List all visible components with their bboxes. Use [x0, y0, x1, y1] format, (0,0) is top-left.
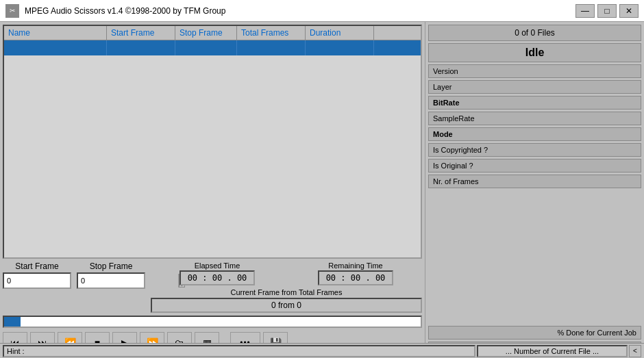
cell-stop-frame [175, 40, 237, 55]
minimize-button[interactable]: — [575, 4, 595, 18]
seek-bar-fill [4, 317, 21, 327]
col-start-frame: Start Frame [107, 26, 175, 40]
status-bar: Hint : ... Number of Current File ... < [0, 343, 644, 358]
app-icon: ✂ [5, 4, 19, 18]
seek-bar[interactable] [3, 316, 422, 328]
cell-name [4, 40, 107, 55]
status-hint: Hint : [3, 345, 475, 357]
time-row: Elapsed Time 00 : 00 . 00 Remaining Time… [151, 261, 422, 285]
start-frame-label: Start Frame [15, 261, 58, 271]
idle-status: Idle [428, 43, 641, 62]
stop-frame-label: Stop Frame [90, 261, 133, 271]
info-original: Is Original ? [428, 159, 641, 172]
col-duration: Duration [306, 26, 374, 40]
table-row[interactable] [4, 40, 421, 55]
right-panel: 0 of 0 Files Idle Version Layer BitRate … [425, 22, 644, 358]
info-layer: Layer [428, 80, 641, 94]
stop-frame-control: Stop Frame ▲ ▼ [77, 261, 145, 289]
info-nr-frames: Nr. of Frames [428, 175, 641, 188]
elapsed-time-block: Elapsed Time 00 : 00 . 00 [151, 261, 284, 285]
cell-duration [306, 40, 374, 55]
stop-frame-input-wrapper: ▲ ▼ [77, 272, 145, 289]
col-stop-frame: Stop Frame [175, 26, 237, 40]
close-button[interactable]: ✕ [619, 4, 639, 18]
left-panel: Name Start Frame Stop Frame Total Frames… [0, 22, 425, 358]
start-frame-control: Start Frame ▲ ▼ [3, 261, 71, 289]
app-title: MPEG Audio Scissors v1.4 ©1998-2000 by T… [25, 6, 570, 16]
info-mode: Mode [428, 127, 641, 141]
title-bar: ✂ MPEG Audio Scissors v1.4 ©1998-2000 by… [0, 0, 644, 22]
file-list-container: Name Start Frame Stop Frame Total Frames… [3, 25, 422, 259]
status-number: ... Number of Current File ... [477, 345, 628, 357]
col-name: Name [4, 26, 107, 40]
start-frame-input-wrapper: ▲ ▼ [3, 272, 71, 289]
remaining-time-block: Remaining Time 00 : 00 . 00 [289, 261, 422, 285]
current-frame-label: Current Frame from Total Frames [151, 288, 422, 296]
info-bitrate: BitRate [428, 96, 641, 110]
current-frame-value: 0 from 0 [151, 298, 422, 313]
status-scroll-button[interactable]: < [629, 345, 641, 357]
elapsed-time-value: 00 : 00 . 00 [179, 270, 255, 285]
window-controls: — □ ✕ [575, 4, 639, 18]
elapsed-time-label: Elapsed Time [195, 261, 240, 270]
info-samplerate: SampleRate [428, 112, 641, 125]
time-display-area: Elapsed Time 00 : 00 . 00 Remaining Time… [151, 261, 422, 313]
cell-start-frame [107, 40, 175, 55]
files-status: 0 of 0 Files [428, 25, 641, 41]
right-gap [428, 190, 641, 324]
info-version: Version [428, 64, 641, 78]
info-copyrighted: Is Copyrighted ? [428, 143, 641, 157]
remaining-time-label: Remaining Time [328, 261, 382, 270]
maximize-button[interactable]: □ [597, 4, 617, 18]
cell-total-frames [237, 40, 306, 55]
file-list-body [4, 40, 421, 55]
progress-current: % Done for Current Job [428, 326, 641, 340]
main-content: Name Start Frame Stop Frame Total Frames… [0, 22, 644, 358]
file-list-header: Name Start Frame Stop Frame Total Frames… [4, 26, 421, 40]
col-total-frames: Total Frames [237, 26, 306, 40]
controls-area: Start Frame ▲ ▼ Stop Frame ▲ ▼ [3, 261, 422, 313]
remaining-time-value: 00 : 00 . 00 [318, 270, 393, 285]
